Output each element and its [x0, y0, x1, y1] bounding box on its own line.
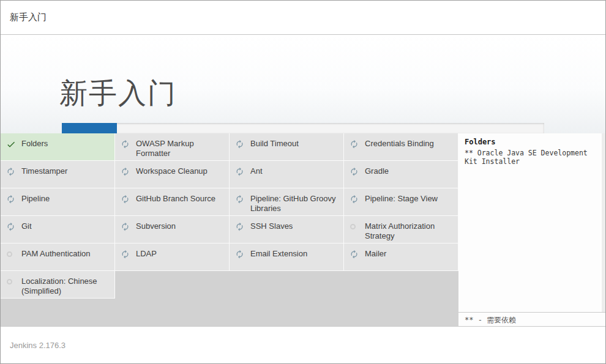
plugin-status-icon: [6, 221, 16, 243]
check-icon: [6, 139, 16, 149]
pending-circle-icon: [7, 279, 12, 284]
spinner-icon: [350, 250, 359, 259]
jenkins-setup-window: 新手入门 新手入门 FoldersOWASP Markup FormatterB…: [0, 0, 606, 364]
plugin-status-icon: [6, 139, 16, 160]
plugin-cell-gradle: Gradle: [344, 161, 458, 188]
spinner-icon: [235, 167, 244, 176]
spinner-icon: [6, 222, 15, 231]
plugin-cell-credentials-binding: Credentials Binding: [344, 133, 458, 161]
plugin-status-icon: [350, 139, 359, 160]
plugin-status-icon: [6, 166, 16, 188]
plugin-label: Localization: Chinese (Simplified): [21, 277, 111, 298]
plugin-status-icon: [350, 194, 359, 215]
spinner-icon: [350, 167, 359, 176]
plugin-label: LDAP: [136, 249, 157, 270]
console-plugin-title: Folders: [465, 138, 599, 146]
spinner-icon: [121, 250, 130, 259]
plugin-status-icon: [350, 221, 359, 243]
plugin-status-icon: [6, 249, 16, 270]
plugin-label: Email Extension: [250, 249, 307, 270]
jenkins-version: Jenkins 2.176.3: [10, 341, 65, 350]
plugin-cell-github-branch-source: GitHub Branch Source: [115, 188, 230, 216]
plugin-cell-ldap: LDAP: [115, 243, 230, 271]
plugin-cell-mailer: Mailer: [344, 243, 458, 271]
plugin-cell-git: Git: [1, 216, 115, 243]
spinner-icon: [235, 139, 244, 149]
plugin-label: Timestamper: [21, 166, 67, 188]
plugin-cell-build-timeout: Build Timeout: [230, 133, 344, 161]
plugin-label: Credentials Binding: [365, 139, 434, 160]
plugin-status-icon: [121, 249, 130, 270]
plugin-label: Matrix Authorization Strategy: [365, 221, 454, 243]
plugin-status-icon: [235, 166, 245, 188]
plugin-status-icon: [350, 249, 359, 270]
plugin-label: OWASP Markup Formatter: [136, 139, 225, 160]
spinner-icon: [121, 195, 130, 204]
scrollbar[interactable]: [602, 133, 605, 312]
plugin-cell-matrix-authorization-strategy: Matrix Authorization Strategy: [344, 216, 458, 243]
pending-circle-icon: [350, 224, 356, 229]
console-log: ** Oracle Java SE Development Kit Instal…: [465, 149, 599, 166]
plugin-cell-folders: Folders: [1, 133, 115, 161]
plugin-cell-subversion: Subversion: [115, 216, 230, 243]
plugin-status-icon: [121, 194, 130, 215]
plugin-label: SSH Slaves: [250, 221, 293, 243]
plugin-cell-pipeline: Pipeline: [1, 188, 115, 216]
plugin-label: Workspace Cleanup: [136, 166, 208, 188]
plugin-cell-pipeline-stage-view: Pipeline: Stage View: [344, 188, 458, 216]
footer: Jenkins 2.176.3: [1, 326, 605, 363]
hero-title: 新手入门: [59, 75, 177, 113]
plugin-status-icon: [235, 249, 245, 270]
spinner-icon: [350, 195, 359, 204]
plugin-cell-email-extension: Email Extension: [230, 243, 344, 271]
plugin-label: Ant: [250, 166, 263, 188]
plugin-label: Gradle: [365, 166, 389, 188]
page-title: 新手入门: [10, 12, 47, 23]
plugin-status-icon: [235, 221, 245, 243]
plugin-label: PAM Authentication: [21, 249, 91, 270]
plugin-grid: FoldersOWASP Markup FormatterBuild Timeo…: [1, 133, 458, 326]
progress-fill: [62, 123, 117, 133]
spinner-icon: [6, 167, 15, 176]
console-body: Folders ** Oracle Java SE Development Ki…: [458, 133, 605, 166]
plugin-cell-timestamper: Timestamper: [1, 161, 115, 188]
install-console-panel: Folders ** Oracle Java SE Development Ki…: [458, 133, 605, 326]
plugin-status-icon: [235, 139, 245, 160]
plugin-cell-localization-chinese-simplified: Localization: Chinese (Simplified): [1, 271, 115, 299]
plugin-label: Pipeline: Stage View: [365, 194, 438, 215]
plugin-label: GitHub Branch Source: [136, 194, 215, 215]
spinner-icon: [121, 139, 130, 149]
plugin-cell-ant: Ant: [230, 161, 344, 188]
plugin-status-icon: [121, 221, 130, 243]
plugin-label: Git: [21, 221, 32, 243]
install-area: FoldersOWASP Markup FormatterBuild Timeo…: [1, 133, 605, 326]
console-log-line: ** Oracle Java SE Development Kit Instal…: [465, 149, 599, 166]
spinner-icon: [121, 222, 130, 231]
plugin-status-icon: [121, 166, 130, 188]
plugin-cell-ssh-slaves: SSH Slaves: [230, 216, 344, 243]
plugin-label: Folders: [21, 139, 48, 160]
plugin-status-icon: [235, 194, 245, 215]
plugin-label: Mailer: [365, 249, 386, 270]
plugin-label: Subversion: [136, 221, 176, 243]
plugin-cell-pipeline-github-groovy-libraries: Pipeline: GitHub Groovy Libraries: [230, 188, 344, 216]
progress-bar: [62, 123, 544, 133]
plugin-status-icon: [121, 139, 130, 160]
plugin-label: Build Timeout: [250, 139, 299, 160]
plugin-status-icon: [6, 194, 16, 215]
spinner-icon: [6, 195, 15, 204]
topbar: 新手入门: [1, 1, 605, 35]
spinner-icon: [350, 139, 359, 149]
spinner-icon: [235, 250, 244, 259]
spinner-icon: [121, 167, 130, 176]
plugin-cell-pam-authentication: PAM Authentication: [1, 243, 115, 271]
plugin-status-icon: [350, 166, 359, 188]
dependency-note: ** - 需要依赖: [458, 312, 605, 326]
spinner-icon: [235, 195, 244, 204]
pending-circle-icon: [7, 251, 12, 257]
plugin-label: Pipeline: [21, 194, 50, 215]
plugin-cell-owasp-markup-formatter: OWASP Markup Formatter: [115, 133, 230, 161]
plugin-label: Pipeline: GitHub Groovy Libraries: [250, 194, 340, 215]
plugin-status-icon: [6, 277, 16, 298]
spinner-icon: [235, 222, 244, 231]
